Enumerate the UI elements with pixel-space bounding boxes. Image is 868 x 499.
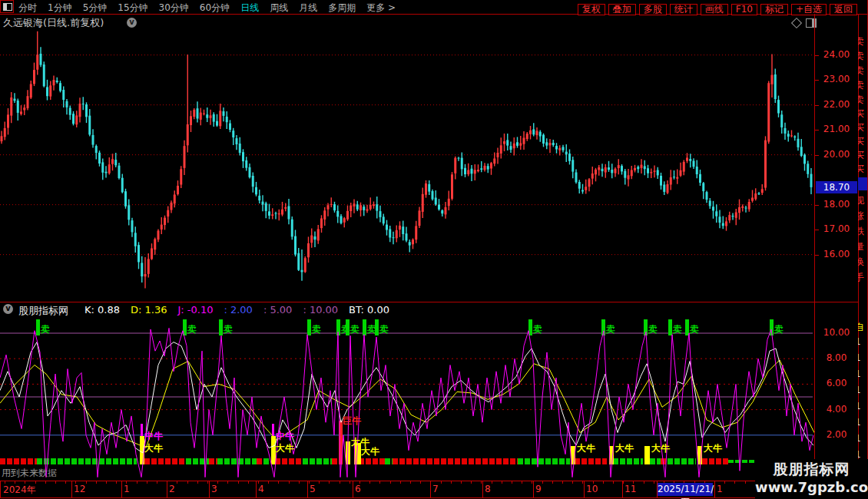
svg-text:卖: 卖 bbox=[350, 324, 359, 335]
date-separator bbox=[430, 481, 431, 497]
date-separator bbox=[584, 481, 585, 497]
indicator-legend: K: 0.88D: 1.36J: -0.10: 2.00: 5.00: 10.0… bbox=[84, 304, 400, 316]
date-axis[interactable]: 2024年12123456789101112025/11/21/五 bbox=[0, 481, 815, 498]
current-date-badge: 2025/11/21/五 bbox=[658, 483, 713, 496]
price-label: 24.00 bbox=[815, 49, 858, 60]
date-tick bbox=[644, 481, 644, 484]
date-separator bbox=[307, 481, 308, 497]
price-label: 21.00 bbox=[815, 124, 858, 134]
date-tick bbox=[116, 481, 117, 484]
main-candle-chart[interactable] bbox=[0, 31, 814, 302]
date-tick bbox=[562, 481, 563, 484]
date-tick bbox=[542, 481, 543, 484]
date-tick bbox=[65, 481, 66, 484]
svg-text:卖: 卖 bbox=[379, 324, 389, 335]
strip-char: 1 bbox=[858, 449, 861, 460]
date-label: 2024年 bbox=[3, 484, 36, 497]
watermark-url: www.7gpzb.com bbox=[755, 479, 868, 496]
date-tick bbox=[745, 481, 746, 484]
split-square-icon bbox=[3, 3, 12, 11]
window-layout-icon[interactable] bbox=[0, 0, 14, 13]
date-tick bbox=[157, 481, 157, 484]
menu-item-6[interactable]: 日线 bbox=[240, 2, 259, 15]
strip-char: 卖 bbox=[858, 94, 864, 107]
title-bar: 久远银海(日线.前复权) v bbox=[0, 14, 814, 31]
svg-text:卖: 卖 bbox=[648, 324, 658, 335]
svg-text:大牛: 大牛 bbox=[361, 446, 380, 457]
date-tick bbox=[96, 481, 97, 484]
chevron-down-icon[interactable]: v bbox=[3, 304, 13, 314]
date-tick bbox=[623, 481, 624, 484]
svg-text:卖: 卖 bbox=[774, 324, 784, 335]
menu-item-10[interactable]: 更多 > bbox=[366, 2, 396, 15]
date-tick bbox=[492, 481, 492, 484]
date-tick bbox=[572, 481, 573, 484]
strip-char: 手 bbox=[858, 271, 864, 284]
menu-item-0[interactable]: 分时 bbox=[18, 2, 37, 15]
top-menu-bar: 分时1分钟5分钟15分钟30分钟60分钟日线周线月线多周期更多 > 复权叠加多股… bbox=[0, 0, 868, 15]
app-window: 分时1分钟5分钟15分钟30分钟60分钟日线周线月线多周期更多 > 复权叠加多股… bbox=[0, 0, 868, 499]
strip-char: 买 bbox=[858, 149, 864, 162]
svg-text:大牛: 大牛 bbox=[144, 443, 164, 454]
svg-text:卖: 卖 bbox=[689, 324, 699, 335]
indicator-axis-label: 6.00 bbox=[815, 378, 858, 388]
svg-text:大牛: 大牛 bbox=[615, 443, 634, 454]
date-tick bbox=[197, 481, 198, 484]
chevron-down-icon[interactable]: v bbox=[127, 18, 137, 28]
toolbar-buttons: 复权叠加多股统计画线F10标记+自选返回 bbox=[575, 1, 857, 13]
legend-item-0: K: 0.88 bbox=[84, 304, 120, 316]
date-tick bbox=[522, 481, 522, 484]
date-tick bbox=[532, 481, 532, 484]
date-tick bbox=[420, 481, 421, 484]
svg-text:卖: 卖 bbox=[311, 324, 321, 335]
date-tick bbox=[227, 481, 228, 484]
menu-item-1[interactable]: 1分钟 bbox=[48, 2, 72, 15]
svg-text:大牛: 大牛 bbox=[577, 443, 596, 454]
indicator-axis-label: 4.00 bbox=[815, 404, 858, 415]
date-tick bbox=[603, 481, 604, 484]
legend-item-2: J: -0.10 bbox=[177, 304, 213, 316]
date-tick bbox=[137, 481, 137, 484]
candles bbox=[0, 31, 813, 289]
date-tick bbox=[147, 481, 147, 484]
menu-item-9[interactable]: 多周期 bbox=[328, 2, 356, 15]
menu-item-2[interactable]: 5分钟 bbox=[83, 2, 108, 15]
indicator-axis-label: 10.00 bbox=[815, 327, 858, 338]
svg-text:卖: 卖 bbox=[187, 324, 197, 335]
price-label: 17.00 bbox=[815, 223, 858, 234]
price-axis[interactable]: 24.0023.0022.0021.0020.0018.0017.0016.00… bbox=[814, 14, 859, 499]
menu-item-3[interactable]: 15分钟 bbox=[118, 2, 147, 15]
period-menu: 分时1分钟5分钟15分钟30分钟60分钟日线周线月线多周期更多 > bbox=[18, 0, 406, 14]
watermark-title: 股朋指标网 bbox=[755, 459, 868, 479]
date-label: 1 bbox=[124, 484, 130, 494]
strip-char: 1 bbox=[858, 401, 861, 411]
date-tick bbox=[400, 481, 401, 484]
date-tick bbox=[207, 481, 208, 484]
svg-text:卖: 卖 bbox=[40, 324, 50, 335]
last-price-badge: 18.70 bbox=[816, 181, 857, 193]
menu-item-5[interactable]: 60分钟 bbox=[200, 2, 230, 15]
date-tick bbox=[217, 481, 218, 484]
date-tick bbox=[441, 481, 442, 484]
clipped-quote-panel[interactable]: 卖卖卖卖卖买买买买买现涨跌量换手自11111111 bbox=[858, 0, 868, 499]
date-tick bbox=[319, 481, 320, 484]
indicator-chart[interactable]: 卖卖卖卖卖卖卖卖卖卖卖卖卖卖中牛大牛中牛大牛巨牛大牛大牛大牛大牛大牛大牛 bbox=[0, 316, 814, 481]
legend-item-3: : 2.00 bbox=[224, 304, 252, 316]
legend-item-1: D: 1.36 bbox=[131, 304, 167, 316]
date-separator bbox=[714, 481, 715, 497]
menu-item-8[interactable]: 月线 bbox=[299, 2, 317, 15]
price-label: 22.00 bbox=[815, 99, 858, 110]
date-tick bbox=[278, 481, 279, 484]
diamond-icon[interactable] bbox=[791, 18, 802, 28]
date-tick bbox=[512, 481, 512, 484]
date-label: 9 bbox=[535, 484, 542, 494]
date-tick bbox=[268, 481, 269, 484]
future-data-note: 用到未来数据 bbox=[2, 467, 57, 480]
menu-item-4[interactable]: 30分钟 bbox=[159, 2, 189, 15]
date-separator bbox=[622, 481, 623, 497]
date-label: 7 bbox=[432, 484, 439, 494]
axis-tick bbox=[815, 155, 819, 156]
price-label: 16.00 bbox=[815, 249, 858, 259]
menu-item-7[interactable]: 周线 bbox=[270, 2, 288, 15]
date-tick bbox=[379, 481, 380, 484]
